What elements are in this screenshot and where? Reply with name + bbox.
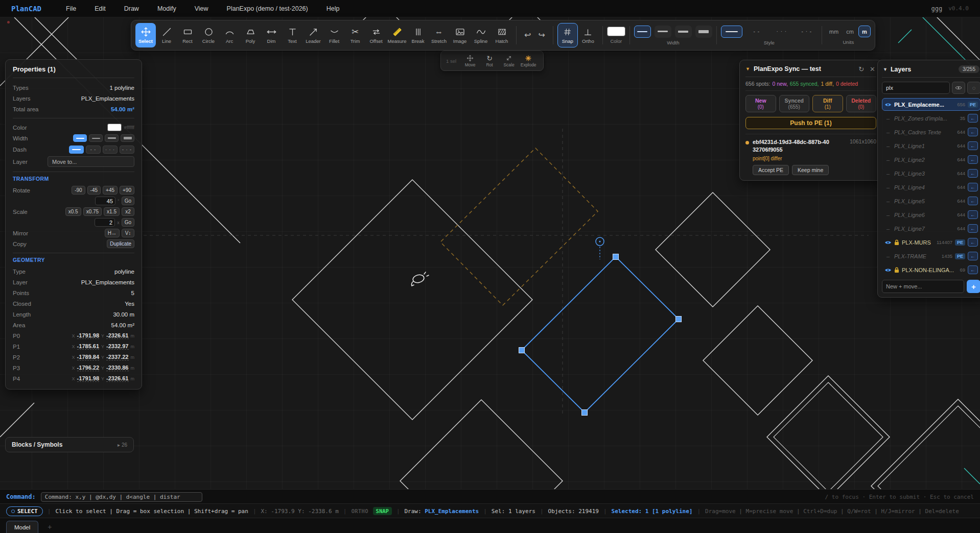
rotate-go-button[interactable]: Go [122,197,134,205]
move-selection-to-layer-button[interactable]: ← [968,252,978,260]
toggle-visibility-button[interactable] [952,82,965,94]
sync-filter-deleted[interactable]: Deleted (0) [846,95,877,112]
tool-arc-button[interactable]: Arc [219,23,240,47]
visibility-off-icon[interactable]: – [884,226,892,232]
prop-dash-option-0[interactable] [69,146,84,154]
menu-item-file[interactable]: File [66,5,76,12]
tool-spline-button[interactable]: Spline [471,23,491,47]
selected-polyline[interactable] [522,257,679,413]
width-option-2[interactable] [675,26,692,38]
command-input[interactable] [41,492,202,502]
move-selection-to-layer-button[interactable]: ← [968,210,978,219]
move-selection-to-layer-button[interactable]: ← [968,141,978,150]
snap-toggle[interactable]: Snap [557,23,578,47]
sync-filter-synced[interactable]: Synced (655) [779,95,810,112]
duplicate-button[interactable]: Duplicate [107,239,134,248]
width-option-0[interactable] [634,26,651,38]
point-y-value[interactable]: -2326.61 [106,332,128,339]
menu-item-edit[interactable]: Edit [95,5,106,12]
point-x-value[interactable]: -1791.98 [77,332,99,339]
visibility-eye-icon[interactable] [884,268,892,273]
layer-row-plx-emplaceme[interactable]: PLX_Emplaceme...656PE [882,98,980,111]
mirror-option-0[interactable]: H↔ [105,229,120,237]
ortho-toggle[interactable]: Ortho [578,23,598,47]
rotate-option-2[interactable]: +45 [103,186,118,195]
move-selection-to-layer-button[interactable]: ← [968,238,978,247]
rotate-option-3[interactable]: +90 [120,186,134,195]
visibility-off-icon[interactable]: – [884,157,892,163]
tool-trim-button[interactable]: ✂ Trim [345,23,365,47]
move-selection-to-layer-button[interactable]: ← [968,265,978,274]
visibility-eye-icon[interactable] [884,240,892,245]
lock-icon[interactable] [894,267,899,273]
tool-dim-button[interactable]: Dim [261,23,282,47]
tool-line-button[interactable]: Line [156,23,177,47]
layer-row-plx-ligne5[interactable]: –PLX_Ligne5644← [882,195,980,207]
tool-text-button[interactable]: Text [282,23,302,47]
menu-item-help[interactable]: Help [326,5,340,12]
prop-dash-option-1[interactable]: - - [86,146,101,154]
tool-rect-button[interactable]: Rect [177,23,198,47]
sync-filter-new[interactable]: New (0) [745,95,776,112]
vertex-handle[interactable] [582,410,588,416]
menu-item-view[interactable]: View [195,5,208,12]
layer-row-plx-cadres-texte[interactable]: –PLX_Cadres Texte644← [882,126,980,138]
tool-measure-button[interactable]: Measure [387,23,407,47]
scale-factor-input[interactable] [95,218,115,227]
isolate-layers-button[interactable]: ◌ [967,82,980,94]
width-option-3[interactable] [695,26,712,38]
tab-model[interactable]: Model [6,521,38,533]
tool-poly-button[interactable]: Poly [240,23,261,47]
add-sheet-button[interactable]: + [44,522,55,533]
unit-option-mm[interactable]: mm [826,26,842,37]
menu-item-modify[interactable]: Modify [157,5,176,12]
sync-filter-diff[interactable]: Diff (1) [812,95,843,112]
undo-button[interactable]: ↩ [521,31,534,39]
entity-color-swatch[interactable] [107,124,122,131]
move-selection-to-layer-button[interactable]: ← [968,114,978,123]
scale-option-1[interactable]: x0.75 [83,207,102,216]
snap-indicator[interactable]: SNAP [373,507,392,515]
rotate-option-0[interactable]: -90 [72,186,85,195]
point-y-value[interactable]: -2332.97 [106,343,128,350]
move-selection-to-layer-button[interactable]: ← [968,197,978,205]
move-selection-to-layer-button[interactable]: ← [968,224,978,233]
layer-row-plx-non-elinga[interactable]: PLX-NON-ELINGA...69← [882,263,980,276]
blocks-symbols-bar[interactable]: Blocks / Symbols ▸ 26 [5,437,134,452]
unit-option-m[interactable]: m [858,26,871,37]
vertex-handle[interactable] [519,348,525,353]
style-option-0[interactable] [721,26,742,38]
redo-button[interactable]: ↪ [534,31,548,39]
visibility-off-icon[interactable]: – [884,115,892,122]
tool-image-button[interactable]: Image [450,23,470,47]
visibility-off-icon[interactable]: – [884,198,892,204]
context-scale-button[interactable]: Scale [499,54,519,67]
menu-item-planexpo-demo-test-2026[interactable]: PlanExpo (demo / test-2026) [227,5,308,12]
account-label[interactable]: ggg [931,5,943,12]
visibility-off-icon[interactable]: – [884,129,892,135]
layer-row-plx-ligne7[interactable]: –PLX_Ligne7644← [882,222,980,235]
mirror-option-1[interactable]: V↕ [122,229,134,237]
tool-select-button[interactable]: Select [135,23,156,47]
style-option-1[interactable]: - - [746,26,767,38]
layer-row-plx-ligne4[interactable]: –PLX_Ligne4644← [882,181,980,193]
context-move-button[interactable]: Move [460,54,480,67]
vertex-handle[interactable] [613,254,619,260]
style-option-2[interactable]: · · · [771,26,792,38]
menu-item-draw[interactable]: Draw [124,5,139,12]
prop-dash-option-2[interactable]: · · · [103,146,118,154]
point-x-value[interactable]: -1796.22 [77,365,99,371]
layer-row-plx-ligne1[interactable]: –PLX_Ligne1644← [882,139,980,152]
unit-option-cm[interactable]: cm [843,26,857,37]
scale-go-button[interactable]: Go [122,218,134,227]
layer-row-plx-ligne6[interactable]: –PLX_Ligne6644← [882,208,980,221]
layer-row-plx-ligne3[interactable]: –PLX_Ligne3644← [882,167,980,180]
move-selection-to-layer-button[interactable]: ← [968,155,978,164]
close-icon[interactable]: ✕ [869,66,876,72]
scale-option-3[interactable]: x2 [122,207,134,216]
point-x-value[interactable]: -1789.84 [77,354,99,360]
push-to-pe-button[interactable]: Push to PE (1) [745,117,876,129]
layer-row-plx-trame[interactable]: –PLX-TRAME1435PE← [882,250,980,262]
layer-row-plx-ligne2[interactable]: –PLX_Ligne2644← [882,153,980,166]
move-selection-to-layer-button[interactable]: ← [968,183,978,191]
